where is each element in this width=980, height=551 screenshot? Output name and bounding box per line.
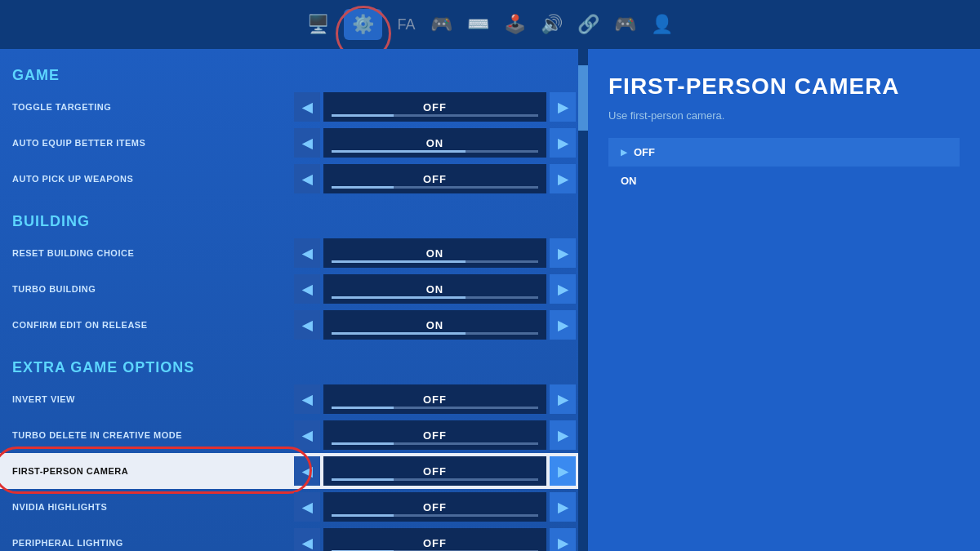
auto-pickup-control: ◀ OFF ▶ [294,164,576,193]
scrollbar-track [578,49,588,551]
option-off-triangle: ▶ [621,148,627,157]
confirm-edit-row: CONFIRM EDIT ON RELEASE ◀ ON ▶ [0,307,588,343]
gear-nav-icon[interactable]: ⚙️ [344,9,382,40]
first-person-camera-left[interactable]: ◀ [294,456,320,486]
user-icon[interactable]: 👤 [651,14,673,35]
invert-view-control: ◀ OFF ▶ [294,384,576,414]
option-on[interactable]: ON [608,167,960,195]
peripheral-row: PERIPHERAL LIGHTING ◀ OFF ▶ [0,525,588,551]
auto-equip-right[interactable]: ▶ [550,128,576,158]
invert-view-value-box: OFF [323,384,546,414]
first-person-camera-control: ◀ OFF ▶ [294,456,576,486]
detail-description: Use first-person camera. [608,109,960,122]
game-section-header: GAME [0,57,588,89]
extra-section-header: EXTRA GAME OPTIONS [0,349,588,381]
controller-icon[interactable]: 🎮 [430,14,452,35]
detail-title: FIRST-PERSON CAMERA [608,73,960,100]
first-person-camera-label: FIRST-PERSON CAMERA [0,466,294,476]
turbo-building-control: ◀ ON ▶ [294,274,576,304]
peripheral-value-box: OFF [323,528,546,551]
toggle-targeting-value-box: OFF [323,92,546,122]
auto-equip-left[interactable]: ◀ [294,128,320,158]
invert-view-left[interactable]: ◀ [294,384,320,414]
building-section-header: BUILDING [0,203,588,235]
first-person-camera-row[interactable]: FIRST-PERSON CAMERA ◀ OFF ▶ [0,453,588,489]
invert-view-row: INVERT VIEW ◀ OFF ▶ [0,381,588,417]
auto-equip-value: ON [426,137,444,149]
turbo-building-row: TURBO BUILDING ◀ ON ▶ [0,271,588,307]
turbo-delete-right[interactable]: ▶ [550,420,576,450]
auto-pickup-left[interactable]: ◀ [294,164,320,193]
nvidia-row: NVIDIA HIGHLIGHTS ◀ OFF ▶ [0,489,588,525]
controller2-icon[interactable]: 🎮 [614,14,636,35]
reset-building-right[interactable]: ▶ [550,238,576,268]
auto-pickup-right[interactable]: ▶ [550,164,576,193]
confirm-edit-left[interactable]: ◀ [294,310,320,340]
reset-building-value: ON [426,247,444,260]
toggle-targeting-right[interactable]: ▶ [550,92,576,122]
turbo-delete-control: ◀ OFF ▶ [294,420,576,450]
turbo-delete-left[interactable]: ◀ [294,420,320,450]
keyboard-icon[interactable]: ⌨️ [467,14,489,35]
turbo-delete-value-box: OFF [323,420,546,450]
turbo-building-label: TURBO BUILDING [0,284,294,294]
right-panel: FIRST-PERSON CAMERA Use first-person cam… [588,49,980,551]
turbo-building-value: ON [426,283,444,295]
auto-pickup-value: OFF [423,173,447,185]
first-person-camera-value-box: OFF [323,456,546,486]
confirm-edit-right[interactable]: ▶ [550,310,576,340]
peripheral-control: ◀ OFF ▶ [294,528,576,551]
turbo-delete-label: TURBO DELETE IN CREATIVE MODE [0,430,294,440]
nvidia-label: NVIDIA HIGHLIGHTS [0,502,294,512]
top-nav: 🖥️ ⚙️ FA 🎮 ⌨️ 🕹️ 🔊 🔗 🎮 👤 [0,0,980,49]
confirm-edit-value: ON [426,319,444,331]
toggle-targeting-value: OFF [423,101,447,113]
monitor-icon[interactable]: 🖥️ [307,14,329,35]
option-off-label: OFF [634,146,655,158]
turbo-delete-value: OFF [423,429,447,442]
invert-view-right[interactable]: ▶ [550,384,576,414]
main-container: GAME TOGGLE TARGETING ◀ OFF ▶ AUTO EQUIP… [0,49,980,551]
peripheral-label: PERIPHERAL LIGHTING [0,538,294,548]
peripheral-right[interactable]: ▶ [550,528,576,551]
reset-building-left[interactable]: ◀ [294,238,320,268]
first-person-camera-right[interactable]: ▶ [550,456,576,486]
peripheral-left[interactable]: ◀ [294,528,320,551]
reset-building-control: ◀ ON ▶ [294,238,576,268]
reset-building-label: RESET BUILDING CHOICE [0,248,294,258]
nvidia-value-box: OFF [323,492,546,522]
speaker-icon[interactable]: 🔊 [541,14,563,35]
toggle-targeting-label: TOGGLE TARGETING [0,102,294,112]
turbo-delete-row: TURBO DELETE IN CREATIVE MODE ◀ OFF ▶ [0,417,588,453]
confirm-edit-control: ◀ ON ▶ [294,310,576,340]
nvidia-right[interactable]: ▶ [550,492,576,522]
option-off[interactable]: ▶ OFF [608,138,960,167]
auto-pickup-label: AUTO PICK UP WEAPONS [0,174,294,184]
option-on-label: ON [621,175,637,187]
gamepad-icon[interactable]: 🕹️ [504,14,526,35]
toggle-targeting-row: TOGGLE TARGETING ◀ OFF ▶ [0,89,588,125]
confirm-edit-label: CONFIRM EDIT ON RELEASE [0,320,294,330]
first-person-camera-value: OFF [423,465,447,478]
left-panel: GAME TOGGLE TARGETING ◀ OFF ▶ AUTO EQUIP… [0,49,588,551]
auto-pickup-row: AUTO PICK UP WEAPONS ◀ OFF ▶ [0,161,588,197]
auto-equip-value-box: ON [323,128,546,158]
nvidia-control: ◀ OFF ▶ [294,492,576,522]
nvidia-left[interactable]: ◀ [294,492,320,522]
reset-building-value-box: ON [323,238,546,268]
turbo-building-value-box: ON [323,274,546,304]
turbo-building-right[interactable]: ▶ [550,274,576,304]
scrollbar-thumb[interactable] [578,65,588,131]
auto-equip-control: ◀ ON ▶ [294,128,576,158]
invert-view-label: INVERT VIEW [0,394,294,404]
peripheral-value: OFF [423,537,447,549]
network-icon[interactable]: 🔗 [577,14,599,35]
auto-equip-label: AUTO EQUIP BETTER ITEMS [0,138,294,148]
invert-view-value: OFF [423,393,447,406]
turbo-building-left[interactable]: ◀ [294,274,320,304]
reset-building-row: RESET BUILDING CHOICE ◀ ON ▶ [0,235,588,271]
toggle-targeting-left[interactable]: ◀ [294,92,320,122]
toggle-targeting-control: ◀ OFF ▶ [294,92,576,122]
auto-equip-row: AUTO EQUIP BETTER ITEMS ◀ ON ▶ [0,125,588,161]
auto-pickup-value-box: OFF [323,164,546,193]
